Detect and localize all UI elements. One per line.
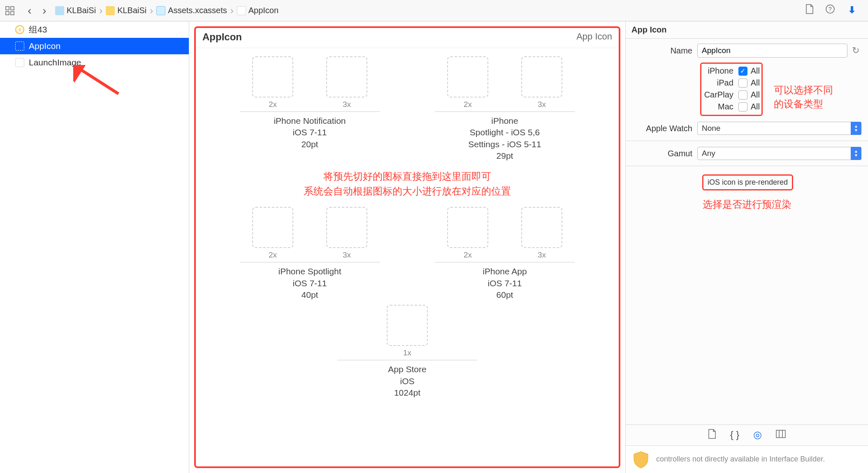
- device-label: CarPlay: [703, 90, 738, 100]
- sidebar-item[interactable]: ♀组43: [0, 21, 189, 38]
- slot-caption: iPhone NotificationiOS 7-1120pt: [274, 115, 346, 150]
- slot-scale-label: 2x: [464, 100, 472, 109]
- canvas-annotation: 将预先切好的图标直接拖到这里面即可 系统会自动根据图标的大小进行放在对应的位置: [212, 169, 602, 199]
- svg-rect-0: [6, 7, 9, 10]
- icon-slot-group: 2x3xiPhone NotificationiOS 7-1120pt: [240, 56, 380, 162]
- gamut-label: Gamut: [632, 149, 697, 158]
- slot-caption: iPhoneSpotlight - iOS 5,6Settings - iOS …: [468, 115, 541, 162]
- canvas-type-label: App Icon: [576, 31, 612, 43]
- sidebar-item[interactable]: AppIcon: [0, 38, 189, 54]
- slot-scale-label: 3x: [538, 250, 546, 260]
- device-label: iPhone: [703, 66, 738, 76]
- icon-slot[interactable]: [252, 207, 293, 248]
- device-checkbox[interactable]: [738, 102, 747, 111]
- name-input[interactable]: [697, 44, 847, 58]
- slot-caption: iPhone AppiOS 7-1160pt: [483, 266, 527, 301]
- shield-icon: [631, 450, 650, 469]
- icon-slot-group: 1xApp StoreiOS1024pt: [337, 305, 477, 399]
- name-label: Name: [632, 46, 697, 56]
- appicon-canvas: AppIcon App Icon 2x3xiPhone Notification…: [194, 26, 620, 468]
- slot-scale-label: 3x: [343, 100, 351, 109]
- help-icon[interactable]: ?: [825, 4, 835, 17]
- footer-library-icon[interactable]: [776, 429, 786, 441]
- device-label: iPad: [703, 78, 738, 88]
- icon-slot[interactable]: [447, 56, 488, 97]
- svg-rect-2: [6, 12, 9, 15]
- inspector-header: App Icon: [626, 21, 868, 39]
- device-annotation: 可以选择不同 的设备类型: [774, 83, 833, 111]
- icon-slot[interactable]: [521, 207, 562, 248]
- icon-slot[interactable]: [387, 305, 428, 346]
- breadcrumb-item[interactable]: AppIcon: [237, 6, 279, 15]
- icon-slot[interactable]: [326, 207, 367, 248]
- nav-back-icon[interactable]: ‹: [22, 3, 37, 18]
- icon-slot-group: 2x3xiPhone AppiOS 7-1160pt: [435, 207, 575, 301]
- breadcrumb: KLBaiSi›KLBaiSi›Assets.xcassets›AppIcon: [52, 5, 805, 16]
- svg-text:?: ?: [829, 6, 832, 12]
- icon-slot[interactable]: [447, 207, 488, 248]
- slot-caption: App StoreiOS1024pt: [388, 364, 426, 399]
- icon-slot[interactable]: [521, 56, 562, 97]
- slot-scale-label: 2x: [269, 250, 277, 260]
- svg-line-6: [77, 67, 118, 94]
- slot-scale-label: 2x: [464, 250, 472, 260]
- icon-slot[interactable]: [252, 56, 293, 97]
- breadcrumb-item[interactable]: Assets.xcassets: [156, 6, 227, 15]
- svg-rect-7: [776, 430, 785, 438]
- prerender-checkbox-group: iOS icon is pre-rendered: [702, 174, 793, 190]
- file-icon[interactable]: [805, 4, 814, 17]
- slot-scale-label: 3x: [538, 100, 546, 109]
- footer-file-icon[interactable]: [708, 429, 716, 441]
- footer-help-text: controllers not directly available in In…: [656, 454, 825, 464]
- refresh-icon[interactable]: ↻: [850, 45, 861, 56]
- device-checkbox[interactable]: ✓: [738, 67, 747, 76]
- device-label: Mac: [703, 102, 738, 111]
- device-value: All: [751, 66, 760, 76]
- related-items-icon[interactable]: [4, 5, 16, 16]
- apple-watch-select[interactable]: None ▲▼: [697, 122, 861, 135]
- inspector-panel: App Icon Name ↻ iPhone✓AlliPadAllCarPlay…: [625, 21, 868, 473]
- device-value: All: [751, 90, 760, 100]
- icon-slot[interactable]: [326, 56, 367, 97]
- slot-scale-label: 3x: [343, 250, 351, 260]
- prerender-annotation: 选择是否进行预渲染: [632, 198, 861, 211]
- svg-rect-3: [11, 12, 14, 15]
- slot-scale-label: 2x: [269, 100, 277, 109]
- sidebar-item[interactable]: LaunchImage: [0, 54, 189, 71]
- device-value: All: [751, 102, 760, 111]
- inspector-toggle-icon[interactable]: [847, 4, 857, 17]
- device-checkbox-group: iPhone✓AlliPadAllCarPlayAllMacAll: [700, 63, 763, 116]
- toolbar: ‹ › KLBaiSi›KLBaiSi›Assets.xcassets›AppI…: [0, 0, 868, 21]
- canvas-title: AppIcon: [202, 31, 242, 43]
- breadcrumb-item[interactable]: KLBaiSi: [106, 6, 146, 15]
- slot-caption: iPhone SpotlightiOS 7-1140pt: [279, 266, 341, 301]
- gamut-select[interactable]: Any ▲▼: [697, 147, 861, 160]
- slot-scale-label: 1x: [403, 348, 411, 357]
- icon-slot-group: 2x3xiPhoneSpotlight - iOS 5,6Settings - …: [435, 56, 575, 162]
- device-checkbox[interactable]: [738, 79, 747, 88]
- footer-target-icon[interactable]: ◎: [753, 429, 762, 441]
- nav-forward-icon[interactable]: ›: [37, 3, 52, 18]
- asset-list-sidebar: ♀组43AppIconLaunchImage: [0, 21, 189, 473]
- icon-slot-group: 2x3xiPhone SpotlightiOS 7-1140pt: [240, 207, 380, 301]
- footer-braces-icon[interactable]: { }: [730, 429, 740, 441]
- prerender-label: iOS icon is pre-rendered: [708, 178, 788, 187]
- device-checkbox[interactable]: [738, 90, 747, 100]
- device-value: All: [751, 78, 760, 88]
- breadcrumb-item[interactable]: KLBaiSi: [55, 6, 96, 15]
- apple-watch-label: Apple Watch: [632, 124, 697, 133]
- svg-rect-1: [11, 7, 14, 10]
